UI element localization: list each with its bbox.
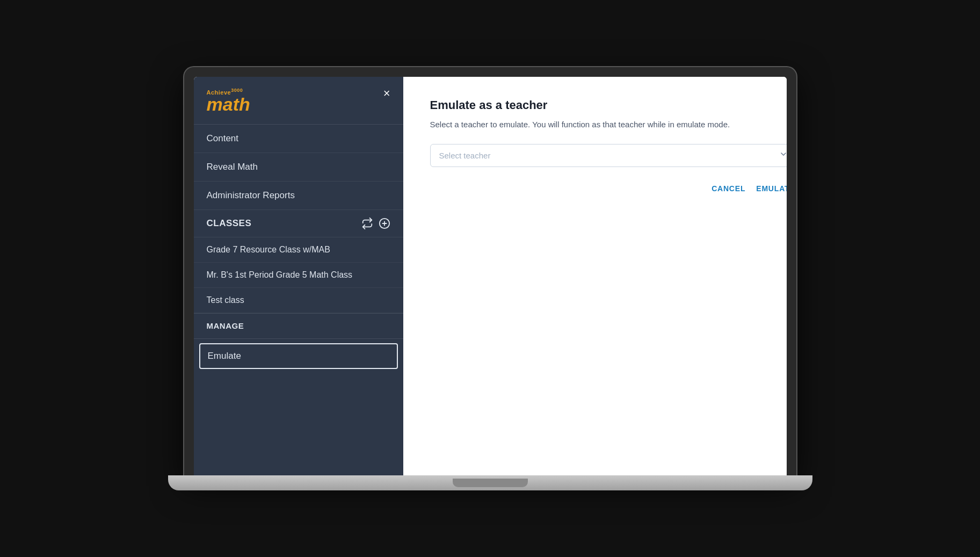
emulate-action-button[interactable]: EMULATE bbox=[756, 184, 786, 193]
laptop-screen: Achieve3000 math × Content Reveal Math A… bbox=[194, 77, 787, 475]
select-container: Select teacher bbox=[430, 144, 787, 167]
emulate-button[interactable]: Emulate bbox=[199, 343, 398, 369]
laptop-base bbox=[168, 475, 812, 490]
manage-label: MANAGE bbox=[207, 321, 244, 330]
sidebar-header: Achieve3000 math × bbox=[194, 77, 403, 125]
sidebar-nav: Content Reveal Math Administrator Report… bbox=[194, 125, 403, 475]
cancel-button[interactable]: CANCEL bbox=[712, 184, 745, 193]
class-item-3[interactable]: Test class bbox=[194, 288, 403, 313]
class-item-1[interactable]: Grade 7 Resource Class w/MAB bbox=[194, 237, 403, 263]
close-button[interactable]: × bbox=[383, 88, 390, 99]
modal-description: Select a teacher to emulate. You will fu… bbox=[430, 120, 787, 129]
transfer-icon-button[interactable] bbox=[361, 218, 373, 229]
classes-section: CLASSES bbox=[194, 210, 403, 237]
logo-math: math bbox=[207, 95, 250, 113]
select-teacher-dropdown[interactable]: Select teacher bbox=[430, 144, 787, 167]
classes-icons bbox=[361, 218, 390, 229]
plus-circle-icon bbox=[379, 218, 390, 229]
manage-section: MANAGE bbox=[194, 313, 403, 339]
classes-label: CLASSES bbox=[207, 218, 252, 229]
laptop-frame: Achieve3000 math × Content Reveal Math A… bbox=[184, 67, 796, 475]
sidebar-item-admin-reports[interactable]: Administrator Reports bbox=[194, 182, 403, 210]
sidebar-item-content[interactable]: Content bbox=[194, 125, 403, 153]
logo-container: Achieve3000 math bbox=[207, 88, 250, 114]
main-content: Emulate as a teacher Select a teacher to… bbox=[403, 77, 787, 475]
class-item-2[interactable]: Mr. B's 1st Period Grade 5 Math Class bbox=[194, 263, 403, 288]
sidebar: Achieve3000 math × Content Reveal Math A… bbox=[194, 77, 403, 475]
laptop-notch bbox=[453, 479, 528, 487]
add-class-button[interactable] bbox=[379, 218, 390, 229]
action-buttons: CANCEL EMULATE bbox=[430, 184, 787, 193]
transfer-icon bbox=[361, 218, 373, 229]
sidebar-item-reveal-math[interactable]: Reveal Math bbox=[194, 153, 403, 182]
modal-title: Emulate as a teacher bbox=[430, 98, 787, 112]
